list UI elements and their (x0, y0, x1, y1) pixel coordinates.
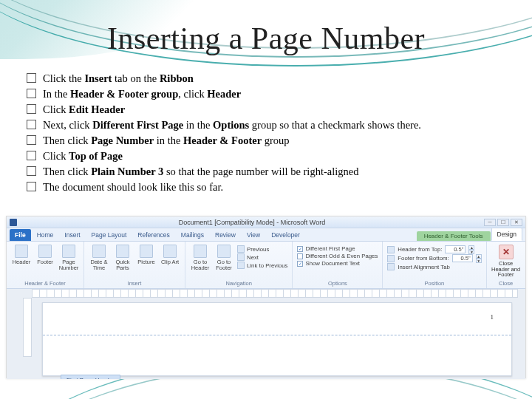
link-icon (237, 262, 245, 269)
goto-footer-icon (217, 245, 231, 258)
footer-bottom-value[interactable]: 0.5" (452, 254, 473, 262)
tab-developer[interactable]: Developer (266, 229, 305, 241)
different-first-page-checkbox[interactable]: ✓Different First Page (297, 245, 378, 252)
checkbox-icon: ✓ (297, 246, 303, 252)
vertical-ruler (23, 298, 32, 357)
header-top-icon (387, 246, 395, 253)
group-label: Position (387, 280, 481, 287)
clipart-button[interactable]: Clip Art (160, 245, 180, 265)
titlebar: Document1 [Compatibility Mode] - Microso… (7, 216, 525, 228)
document-page[interactable]: 1 First Page Header (42, 302, 512, 376)
bullet-item: Then click Page Number in the Header & F… (27, 133, 510, 149)
group-label: Header & Footer (11, 280, 79, 287)
group-navigation: Go to Header Go to Footer Previous Next … (185, 242, 293, 288)
picture-button[interactable]: Picture (136, 245, 157, 265)
insert-alignment-tab-button[interactable]: Insert Alignment Tab (387, 263, 481, 270)
close-icon: ✕ (499, 245, 514, 259)
tab-insert[interactable]: Insert (59, 229, 85, 241)
checkbox-icon: ✓ (297, 261, 303, 267)
different-odd-even-checkbox[interactable]: Different Odd & Even Pages (297, 253, 378, 259)
bullet-item: Click the Insert tab on the Ribbon (27, 71, 510, 86)
close-button[interactable]: ✕ (511, 219, 522, 226)
bullet-item: The document should look like this so fa… (27, 180, 510, 195)
goto-header-button[interactable]: Go to Header (190, 245, 211, 270)
footer-icon (38, 245, 52, 258)
group-label: Insert (89, 280, 180, 287)
group-label: Navigation (190, 280, 287, 287)
tab-page-layout[interactable]: Page Layout (86, 229, 132, 241)
group-close: ✕ Close Header and Footer Close (487, 242, 525, 288)
header-from-top-field[interactable]: Header from Top: 0.5" ▲▼ (387, 245, 481, 253)
maximize-button[interactable]: ☐ (497, 219, 509, 226)
group-label: Options (297, 280, 378, 287)
bullet-item: Next, click Different First Page in the … (27, 117, 510, 133)
group-insert: Date & Time Quick Parts Picture Clip Art… (84, 242, 185, 288)
checkbox-icon (297, 253, 303, 259)
slide-title: Inserting a Page Number (0, 21, 532, 56)
footer-button[interactable]: Footer (35, 245, 55, 265)
group-position: Header from Top: 0.5" ▲▼ Footer from Bot… (383, 242, 486, 288)
clipart-icon (163, 245, 177, 258)
previous-button[interactable]: Previous (237, 245, 287, 253)
window-title: Document1 [Compatibility Mode] - Microso… (20, 219, 484, 226)
datetime-button[interactable]: Date & Time (89, 245, 109, 270)
group-header-footer: Header Footer Page Number Header & Foote… (7, 242, 84, 288)
document-area: 1 First Page Header (7, 289, 525, 379)
link-previous-button[interactable]: Link to Previous (237, 262, 287, 269)
next-button[interactable]: Next (237, 253, 287, 261)
page-number-text: 1 (491, 313, 494, 321)
page-number-button[interactable]: Page Number (58, 245, 79, 270)
bullet-list: Click the Insert tab on the RibbonIn the… (27, 71, 510, 195)
clock-icon (92, 245, 106, 258)
close-header-footer-button[interactable]: ✕ Close Header and Footer (491, 245, 521, 278)
next-icon (237, 253, 245, 261)
tab-home[interactable]: Home (32, 229, 59, 241)
quickparts-button[interactable]: Quick Parts (112, 245, 133, 270)
goto-header-icon (194, 245, 207, 258)
tab-design[interactable]: Design (491, 228, 522, 241)
tab-mailings[interactable]: Mailings (176, 229, 209, 241)
group-label: Close (491, 280, 521, 287)
previous-icon (237, 245, 245, 253)
header-icon (15, 245, 28, 258)
alignment-tab-icon (387, 263, 395, 270)
bullet-item: In the Header & Footer group, click Head… (27, 86, 510, 102)
tab-review[interactable]: Review (210, 229, 241, 241)
header-tag: First Page Header (61, 375, 120, 379)
group-options: ✓Different First Page Different Odd & Ev… (293, 242, 383, 288)
show-document-text-checkbox[interactable]: ✓Show Document Text (297, 260, 378, 267)
word-window: Document1 [Compatibility Mode] - Microso… (6, 216, 526, 378)
tab-view[interactable]: View (242, 229, 265, 241)
stepper[interactable]: ▲▼ (476, 254, 482, 262)
bullet-item: Click Top of Page (27, 149, 510, 164)
stepper[interactable]: ▲▼ (468, 245, 474, 253)
word-icon (10, 219, 17, 226)
bullet-item: Click Edit Header (27, 102, 510, 117)
bullet-item: Then click Plain Number 3 so that the pa… (27, 164, 510, 180)
header-zone[interactable]: 1 (43, 303, 511, 335)
footer-bottom-icon (387, 255, 395, 262)
quickparts-icon (116, 245, 129, 258)
minimize-button[interactable]: ─ (484, 219, 496, 226)
page-number-icon (62, 245, 75, 258)
header-button[interactable]: Header (11, 245, 32, 265)
header-top-value[interactable]: 0.5" (445, 245, 466, 253)
ribbon-tabs: File Home Insert Page Layout References … (7, 228, 525, 242)
horizontal-ruler (32, 289, 518, 298)
goto-footer-button[interactable]: Go to Footer (214, 245, 234, 270)
contextual-tab-label: Header & Footer Tools (417, 231, 491, 241)
tab-file[interactable]: File (10, 229, 31, 241)
ribbon: Header Footer Page Number Header & Foote… (7, 242, 525, 289)
tab-references[interactable]: References (132, 229, 174, 241)
picture-icon (140, 245, 153, 258)
footer-from-bottom-field[interactable]: Footer from Bottom: 0.5" ▲▼ (387, 254, 481, 262)
